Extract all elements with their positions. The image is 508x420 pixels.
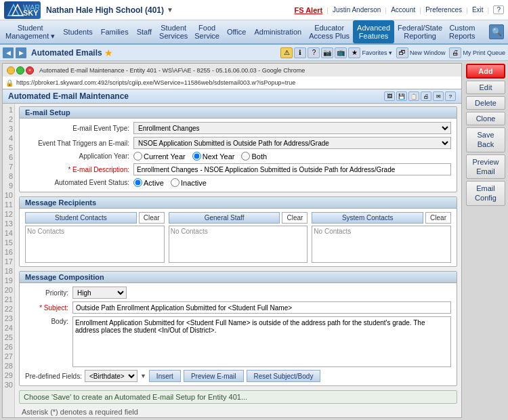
nav-item-students[interactable]: Students <box>59 20 96 43</box>
ln-11: 11 <box>3 200 13 209</box>
preview-email-sidebar-btn[interactable]: PreviewEmail <box>466 154 505 180</box>
body-textarea[interactable]: Enrollment Application Submitted for <St… <box>72 316 451 367</box>
nav-label-ss2: Services <box>159 32 188 40</box>
delete-button[interactable]: Delete <box>466 96 505 110</box>
composition-body: Priority: High Normal Low * Subject: <box>20 283 457 385</box>
print-label: My Print Queue <box>463 49 505 56</box>
tv-icon[interactable]: 📺 <box>335 47 347 58</box>
info-icon[interactable]: ℹ <box>294 47 306 58</box>
favorites-label: Favorites ▾ <box>362 49 392 56</box>
browser-maximize[interactable] <box>16 66 24 75</box>
ln-23: 23 <box>3 314 13 323</box>
priority-select[interactable]: High Normal Low <box>72 287 127 299</box>
ln-29: 29 <box>3 371 13 380</box>
radio-both[interactable]: Both <box>241 152 267 161</box>
nav-back-btn[interactable]: ◀ <box>3 47 14 58</box>
body-row: Body: Enrollment Application Submitted f… <box>25 316 451 367</box>
nav-item-food[interactable]: Food Service <box>191 20 223 43</box>
svg-text:WARD: WARD <box>23 3 39 12</box>
preview-email-btn[interactable]: Preview E-mail <box>184 370 244 382</box>
school-dropdown-arrow[interactable]: ▼ <box>167 6 173 14</box>
save-back-button[interactable]: SaveBack <box>466 127 505 152</box>
system-contacts-textarea[interactable]: No Contacts <box>312 226 451 263</box>
nav-item-office[interactable]: Office <box>223 20 251 43</box>
student-contacts-btn[interactable]: Student Contacts <box>25 212 137 224</box>
ln-27: 27 <box>3 352 13 361</box>
general-staff-btn[interactable]: General Staff <box>169 212 280 224</box>
add-button[interactable]: Add <box>466 64 505 79</box>
favorite-star[interactable]: ★ <box>104 47 113 58</box>
separator-5: | <box>488 6 490 14</box>
nav-item-custom[interactable]: Custom Reports <box>446 20 479 43</box>
form-icon-help[interactable]: ? <box>445 91 456 101</box>
student-contacts-col: Student Contacts Clear No Contacts <box>25 212 165 263</box>
radio-inactive[interactable]: Inactive <box>171 178 207 187</box>
app-year-radios: Current Year Next Year Both <box>133 152 267 161</box>
radio-next-year[interactable]: Next Year <box>192 152 235 161</box>
account-btn[interactable]: Account <box>391 6 415 14</box>
radio-current-year[interactable]: Current Year <box>133 152 186 161</box>
preferences-btn[interactable]: Preferences <box>425 6 462 14</box>
subject-input[interactable] <box>72 301 451 314</box>
reset-subject-body-btn[interactable]: Reset Subject/Body <box>247 370 321 382</box>
clear-system-btn[interactable]: Clear <box>425 212 451 224</box>
ln-6: 6 <box>3 152 13 162</box>
ln-21: 21 <box>3 295 13 304</box>
new-window-icon[interactable]: 🗗 <box>396 47 408 58</box>
clone-button[interactable]: Clone <box>466 112 505 125</box>
camera-icon[interactable]: 📷 <box>321 47 333 58</box>
ln-14: 14 <box>3 228 13 238</box>
insert-btn[interactable]: Insert <box>149 370 181 382</box>
nav-item-admin[interactable]: Administration <box>250 20 305 43</box>
description-input[interactable] <box>133 163 451 175</box>
ln-9: 9 <box>3 181 13 190</box>
predefined-select[interactable]: <Birthdate> <box>85 370 137 382</box>
app-year-row: Application Year: Current Year Next Year… <box>25 152 451 161</box>
nav-item-student-services[interactable]: Student Services <box>156 20 191 43</box>
nav-item-federal[interactable]: Federal/State Reporting <box>394 20 446 43</box>
fs-alert-link[interactable]: FS Alert <box>294 6 322 14</box>
nav-item-staff[interactable]: Staff <box>133 20 156 43</box>
general-staff-textarea[interactable]: No Contacts <box>169 226 308 263</box>
clear-staff-btn[interactable]: Clear <box>282 212 308 224</box>
favorites-icon[interactable]: ★ <box>348 47 360 58</box>
trigger-select[interactable]: NSOE Application Submitted is Outside Pa… <box>133 137 451 149</box>
status-message-text: Choose 'Save' to create an Automated E-m… <box>24 393 247 401</box>
form-icon-print[interactable]: 🖨 <box>421 91 431 101</box>
nav-item-families[interactable]: Families <box>97 20 133 43</box>
exit-btn[interactable]: Exit <box>472 6 484 14</box>
email-setup-section: E-mail Setup E-mail Event Type: Enrollme… <box>19 106 457 192</box>
help-btn[interactable]: ? <box>493 5 504 14</box>
logo-svg: SKY WARD <box>5 2 39 18</box>
nav-item-advanced[interactable]: Advanced Features <box>353 20 394 43</box>
form-icon-copy[interactable]: 📋 <box>408 91 419 101</box>
nav-item-student-mgmt[interactable]: Student Management ▾ <box>1 20 59 43</box>
user-name-btn[interactable]: Justin Anderson <box>333 6 381 14</box>
system-contacts-btn[interactable]: System Contacts <box>312 212 423 224</box>
radio-active[interactable]: Active <box>133 178 164 187</box>
event-type-select[interactable]: Enrollment Changes <box>133 122 451 134</box>
print-icon[interactable]: 🖨 <box>449 47 461 58</box>
browser-close[interactable]: × <box>26 66 34 75</box>
form-icon-img[interactable]: 🖼 <box>384 91 395 101</box>
form-title: Automated E-mail Maintenance <box>8 91 129 101</box>
clear-student-btn[interactable]: Clear <box>139 212 165 224</box>
ln-12: 12 <box>3 209 13 219</box>
nav-label-edu2: Access Plus <box>309 32 350 40</box>
event-type-row: E-mail Event Type: Enrollment Changes <box>25 122 451 134</box>
subject-label: * Subject: <box>25 304 72 312</box>
search-icon-nav[interactable]: 🔍 <box>489 24 504 39</box>
ln-30: 30 <box>3 380 13 390</box>
nav-forward-btn[interactable]: ▶ <box>16 47 26 58</box>
student-contacts-textarea[interactable]: No Contacts <box>25 226 165 263</box>
priority-row: Priority: High Normal Low <box>25 287 451 299</box>
question-icon[interactable]: ? <box>308 47 320 58</box>
browser-minimize[interactable] <box>7 66 15 75</box>
email-config-button[interactable]: EmailConfig <box>466 181 505 206</box>
form-icon-email[interactable]: ✉ <box>433 91 444 101</box>
warning-icon[interactable]: ⚠ <box>280 47 293 58</box>
nav-item-educator[interactable]: Educator Access Plus <box>305 20 353 43</box>
edit-button[interactable]: Edit <box>466 81 505 94</box>
form-icon-save[interactable]: 💾 <box>396 91 407 101</box>
ln-4: 4 <box>3 133 13 143</box>
